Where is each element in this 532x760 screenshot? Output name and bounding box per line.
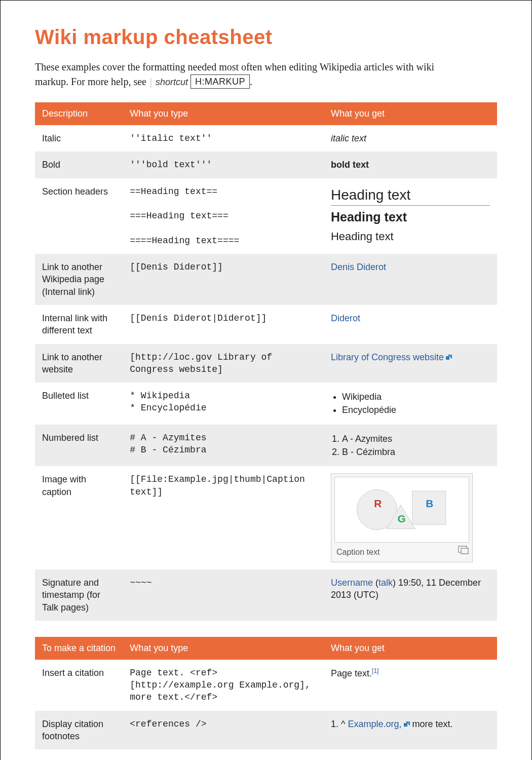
cell-render: Heading text Heading text Heading text <box>324 178 497 254</box>
numbered-list: A - Azymites B - Cézimbra <box>342 433 490 459</box>
footnote-link[interactable]: Example.org, <box>348 719 401 729</box>
shape-label-g: G <box>397 513 405 525</box>
example-image: R G B <box>334 477 469 543</box>
page-title: Wiki markup cheatsheet <box>35 26 497 49</box>
heading-level-2: Heading text <box>331 185 490 206</box>
bulleted-list: Wikipedia Encyclopédie <box>342 391 490 416</box>
table-row: Numbered list # A - Azymites # B - Cézim… <box>35 425 497 467</box>
shortcut-label: shortcut <box>156 77 188 87</box>
enlarge-icon[interactable] <box>458 546 467 553</box>
col-what-you-get: What you get <box>324 637 497 660</box>
image-thumbnail[interactable]: R G B Caption text <box>331 473 473 562</box>
shape-label-r: R <box>374 498 382 510</box>
footnote-suffix: more text. <box>410 719 453 729</box>
cell-code: <references /> <box>123 711 324 750</box>
col-what-you-get: What you get <box>324 102 497 125</box>
intro-paragraph: These examples cover the formatting need… <box>35 60 450 89</box>
cell-desc: Internal link with different text <box>35 305 123 344</box>
list-item: Encyclopédie <box>342 404 490 416</box>
cell-code: [http://loc.gov Library of Congress webs… <box>123 344 324 383</box>
cell-desc: Bulleted list <box>35 383 123 425</box>
main-cheatsheet-table: Description What you type What you get I… <box>35 102 497 621</box>
wikilink-talk[interactable]: talk <box>378 578 393 588</box>
citation-reference-marker[interactable]: [1] <box>372 667 378 674</box>
cell-desc: Italic <box>35 125 123 151</box>
code-h4: ====Heading text==== <box>130 236 239 246</box>
wikilink-username[interactable]: Username <box>331 578 373 588</box>
cell-render: Library of Congress website <box>324 344 497 383</box>
cell-desc: Bold <box>35 151 123 178</box>
citation-page-text: Page text. <box>331 668 372 678</box>
cell-render: bold text <box>324 151 497 178</box>
cell-code: Page text. <ref>[http://example.org Exam… <box>123 660 324 711</box>
table-row: Display citation footnotes <references /… <box>35 711 497 750</box>
wikilink-denis-diderot[interactable]: Denis Diderot <box>331 262 386 272</box>
code-h2: ==Heading text== <box>130 186 217 197</box>
table-row: Internal link with different text [[Deni… <box>35 305 497 344</box>
cell-desc: Image with caption <box>35 466 123 569</box>
cell-desc: Link to another website <box>35 344 123 383</box>
table-row: Section headers ==Heading text== ===Head… <box>35 178 497 254</box>
wikilink-diderot[interactable]: Diderot <box>331 313 360 323</box>
cell-code: [[File:Example.jpg|thumb|Caption text]] <box>123 466 324 569</box>
code-h3: ===Heading text=== <box>130 211 228 221</box>
cell-desc: Signature and timestamp (for Talk pages) <box>35 569 123 621</box>
cell-code: [[Denis Diderot|Diderot]] <box>123 305 324 344</box>
col-what-you-type: What you type <box>123 637 324 660</box>
cell-desc: Insert a citation <box>35 660 123 711</box>
col-citation-desc: To make a citation <box>35 637 123 660</box>
citation-table: To make a citation What you type What yo… <box>35 637 497 749</box>
list-item: B - Cézimbra <box>342 446 490 458</box>
table-row: Bulleted list * Wikipedia * Encyclopédie… <box>35 383 497 425</box>
shape-label-b: B <box>426 498 433 510</box>
list-item: Wikipedia <box>342 391 490 403</box>
external-link-loc[interactable]: Library of Congress website <box>331 352 444 362</box>
cell-code: '''bold text''' <box>123 151 324 178</box>
col-what-you-type: What you type <box>123 102 324 125</box>
external-link-icon <box>444 352 452 362</box>
table-row: Link to another Wikipedia page (Internal… <box>35 254 497 305</box>
cell-render: A - Azymites B - Cézimbra <box>324 425 497 467</box>
cell-code: # A - Azymites # B - Cézimbra <box>123 425 324 467</box>
table-row: Signature and timestamp (for Talk pages)… <box>35 569 497 621</box>
cell-render: R G B Caption text <box>324 466 497 569</box>
cell-render: 1. ^ Example.org, more text. <box>324 711 497 750</box>
cell-render: Wikipedia Encyclopédie <box>324 383 497 425</box>
list-item: A - Azymites <box>342 433 490 445</box>
intro-separator: | <box>149 76 153 87</box>
cell-code: ==Heading text== ===Heading text=== ====… <box>123 178 324 254</box>
external-link-icon <box>402 719 410 729</box>
italic-sample: italic text <box>331 133 366 143</box>
image-caption: Caption text <box>336 548 379 556</box>
heading-level-4: Heading text <box>331 229 490 244</box>
heading-level-3: Heading text <box>331 209 490 226</box>
cell-code: ~~~~ <box>123 569 324 621</box>
table-row: Image with caption [[File:Example.jpg|th… <box>35 466 497 569</box>
cell-desc: Link to another Wikipedia page (Internal… <box>35 254 123 305</box>
cell-desc: Display citation footnotes <box>35 711 123 750</box>
col-description: Description <box>35 102 123 125</box>
table-row: Insert a citation Page text. <ref>[http:… <box>35 660 497 711</box>
cell-render: Username (talk) 19:50, 11 December 2013 … <box>324 569 497 621</box>
shortcut-box[interactable]: H:MARKUP <box>191 74 250 89</box>
cell-code: ''italic text'' <box>123 125 324 151</box>
cell-desc: Section headers <box>35 178 123 254</box>
cell-code: [[Denis Diderot]] <box>123 254 324 305</box>
cell-render: Denis Diderot <box>324 254 497 305</box>
cell-render: Diderot <box>324 305 497 344</box>
cell-code: * Wikipedia * Encyclopédie <box>123 383 324 425</box>
table-row: Italic ''italic text'' italic text <box>35 125 497 151</box>
cell-render: italic text <box>324 125 497 151</box>
table-row: Bold '''bold text''' bold text <box>35 151 497 178</box>
table-row: Link to another website [http://loc.gov … <box>35 344 497 383</box>
bold-sample: bold text <box>331 160 369 170</box>
footnote-prefix: 1. ^ <box>331 719 348 729</box>
cell-render: Page text.[1] <box>324 660 497 711</box>
cell-desc: Numbered list <box>35 425 123 467</box>
